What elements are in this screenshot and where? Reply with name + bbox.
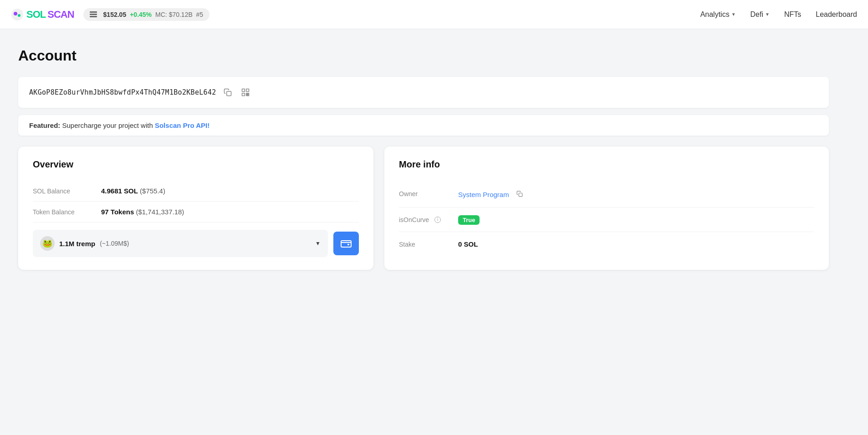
featured-bar: Featured: Supercharge your project with … bbox=[18, 115, 829, 136]
stake-label: Stake bbox=[399, 241, 449, 248]
token-avatar: 🐸 bbox=[40, 236, 55, 251]
copy-address-button[interactable] bbox=[222, 86, 234, 98]
main-nav: Analytics ▼ Defi ▼ NFTs Leaderboard bbox=[700, 10, 857, 19]
svg-rect-5 bbox=[246, 89, 249, 92]
svg-rect-3 bbox=[226, 91, 231, 96]
featured-text: Supercharge your project with bbox=[62, 121, 155, 129]
is-on-curve-row: isOnCurve i True bbox=[399, 207, 814, 232]
overview-card: Overview SOL Balance 4.9681 SOL ($755.4)… bbox=[18, 147, 373, 270]
svg-rect-7 bbox=[246, 93, 247, 95]
token-avatar-emoji: 🐸 bbox=[40, 236, 55, 251]
logo-sol: SOL bbox=[26, 9, 46, 20]
sol-change: +0.45% bbox=[130, 11, 152, 18]
more-info-card: More info Owner System Program bbox=[384, 147, 829, 270]
svg-rect-6 bbox=[242, 93, 245, 96]
logo[interactable]: SOLSCAN bbox=[11, 8, 74, 21]
token-usd: (~1.09M$) bbox=[100, 240, 129, 247]
svg-rect-4 bbox=[242, 89, 245, 92]
svg-rect-10 bbox=[248, 93, 249, 95]
token-selector-row: 🐸 1.1M tremp (~1.09M$) ▼ bbox=[33, 230, 359, 257]
is-on-curve-value: True bbox=[458, 216, 480, 223]
nav-analytics[interactable]: Analytics ▼ bbox=[700, 10, 736, 19]
featured-link[interactable]: Solscan Pro API! bbox=[155, 121, 209, 129]
token-chevron-icon: ▼ bbox=[315, 240, 321, 247]
svg-rect-8 bbox=[248, 95, 249, 96]
svg-point-0 bbox=[11, 9, 23, 20]
svg-rect-12 bbox=[347, 244, 349, 245]
stake-value: 0 SOL bbox=[458, 240, 478, 248]
logo-scan: SCAN bbox=[47, 9, 74, 20]
stake-row: Stake 0 SOL bbox=[399, 232, 814, 256]
is-on-curve-label: isOnCurve i bbox=[399, 216, 449, 223]
sol-balance-row: SOL Balance 4.9681 SOL ($755.4) bbox=[33, 181, 359, 202]
more-info-title: More info bbox=[399, 159, 814, 170]
svg-point-1 bbox=[14, 12, 17, 15]
is-on-curve-info-icon[interactable]: i bbox=[434, 217, 441, 223]
owner-row: Owner System Program bbox=[399, 181, 814, 207]
sol-balance-value: 4.9681 SOL ($755.4) bbox=[101, 187, 165, 195]
token-name: 1.1M tremp bbox=[59, 240, 95, 248]
price-pill[interactable]: $152.05 +0.45% MC: $70.12B #5 bbox=[83, 8, 210, 21]
analytics-chevron-icon: ▼ bbox=[731, 12, 736, 17]
sol-price: $152.05 bbox=[103, 11, 127, 18]
owner-label: Owner bbox=[399, 190, 449, 197]
system-program-link[interactable]: System Program bbox=[458, 191, 509, 198]
token-balance-value: 97 Tokens ($1,741,337.18) bbox=[101, 208, 184, 216]
token-wallet-button[interactable] bbox=[333, 232, 359, 255]
defi-chevron-icon: ▼ bbox=[765, 12, 770, 17]
cards-row: Overview SOL Balance 4.9681 SOL ($755.4)… bbox=[18, 147, 829, 270]
nav-leaderboard[interactable]: Leaderboard bbox=[816, 10, 857, 19]
address-bar: AKGoP8EZo8urVhmJbHS8bwfdPx4ThQ47M1Bo2KBe… bbox=[18, 77, 829, 108]
owner-value: System Program bbox=[458, 189, 525, 199]
svg-rect-13 bbox=[519, 193, 522, 197]
token-balance-row: Token Balance 97 Tokens ($1,741,337.18) bbox=[33, 202, 359, 223]
sol-balance-label: SOL Balance bbox=[33, 187, 92, 195]
svg-point-2 bbox=[18, 14, 20, 17]
true-badge: True bbox=[458, 215, 480, 225]
svg-rect-9 bbox=[246, 95, 247, 96]
token-dropdown[interactable]: 🐸 1.1M tremp (~1.09M$) ▼ bbox=[33, 230, 328, 257]
wallet-address: AKGoP8EZo8urVhmJbHS8bwfdPx4ThQ47M1Bo2KBe… bbox=[29, 88, 216, 96]
overview-title: Overview bbox=[33, 159, 359, 170]
nav-nfts[interactable]: NFTs bbox=[784, 10, 801, 19]
nav-defi[interactable]: Defi ▼ bbox=[751, 10, 770, 19]
qr-code-button[interactable] bbox=[239, 86, 252, 99]
page-title: Account bbox=[18, 47, 829, 64]
layers-icon bbox=[90, 11, 97, 17]
featured-label: Featured: bbox=[29, 121, 60, 129]
sol-mc: MC: $70.12B #5 bbox=[155, 11, 203, 18]
main-content: Account AKGoP8EZo8urVhmJbHS8bwfdPx4ThQ47… bbox=[0, 29, 847, 288]
header: SOLSCAN $152.05 +0.45% MC: $70.12B #5 An… bbox=[0, 0, 868, 29]
copy-owner-button[interactable] bbox=[515, 189, 525, 199]
svg-rect-11 bbox=[341, 241, 351, 247]
token-balance-label: Token Balance bbox=[33, 208, 92, 216]
